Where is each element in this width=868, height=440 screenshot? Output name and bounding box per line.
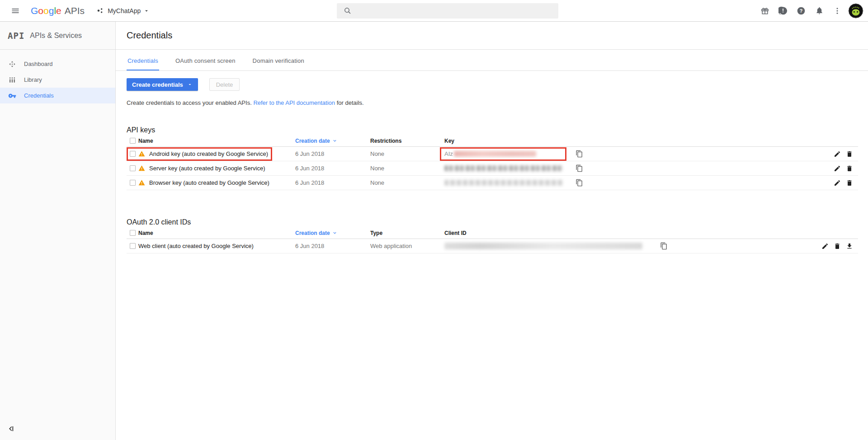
select-all-checkbox[interactable] xyxy=(130,138,136,144)
chevron-down-icon xyxy=(187,82,193,87)
key-icon xyxy=(8,92,16,100)
api-key-creation-date: 6 Jun 2018 xyxy=(295,165,370,172)
delete-trash-icon[interactable] xyxy=(843,163,855,174)
sort-descending-icon xyxy=(332,138,337,143)
edit-pencil-icon[interactable] xyxy=(819,241,831,252)
download-icon[interactable] xyxy=(843,241,855,252)
gift-icon[interactable] xyxy=(756,2,774,20)
api-key-row-server: Server key (auto created by Google Servi… xyxy=(127,161,858,176)
sidebar-item-library[interactable]: Library xyxy=(0,72,115,88)
copy-icon[interactable] xyxy=(570,163,583,174)
copy-icon[interactable] xyxy=(654,241,668,252)
api-key-row-android: Android key (auto created by Google Serv… xyxy=(127,147,858,161)
create-credentials-button[interactable]: Create credentials xyxy=(127,78,198,91)
column-header-name: Name xyxy=(138,138,295,144)
dashboard-icon xyxy=(8,60,16,68)
page-description: Create credentials to access your enable… xyxy=(127,99,858,106)
main-content: Credentials Credentials OAuth consent sc… xyxy=(116,22,868,440)
sidebar: API APIs & Services Dashboard xyxy=(0,22,116,440)
edit-pencil-icon[interactable] xyxy=(831,178,843,188)
api-key-name-link[interactable]: Server key (auto created by Google Servi… xyxy=(149,165,265,172)
google-apis-logo[interactable]: Google APIs xyxy=(31,5,85,16)
sidebar-item-credentials[interactable]: Credentials xyxy=(0,88,115,103)
oauth-client-row-web: Web client (auto created by Google Servi… xyxy=(127,239,858,253)
collapse-sidebar-icon[interactable] xyxy=(7,425,17,435)
api-documentation-link[interactable]: Refer to the API documentation xyxy=(253,99,335,106)
redacted-api-key-value xyxy=(444,180,563,186)
more-vert-icon[interactable] xyxy=(828,2,846,20)
help-icon[interactable]: ? xyxy=(792,2,810,20)
chevron-down-icon xyxy=(143,8,150,14)
toolbar: Create credentials Delete xyxy=(127,78,858,91)
sort-descending-icon xyxy=(332,230,337,235)
column-header-type: Type xyxy=(370,230,444,236)
column-header-client-id: Client ID xyxy=(444,230,647,236)
sidebar-item-dashboard[interactable]: Dashboard xyxy=(0,56,115,72)
api-key-restrictions: None xyxy=(370,179,444,186)
library-icon xyxy=(8,76,16,84)
delete-trash-icon[interactable] xyxy=(831,241,843,252)
project-selector[interactable]: MyChatApp xyxy=(96,7,150,14)
search-bar[interactable] xyxy=(337,3,558,19)
page-header: Credentials xyxy=(116,22,868,50)
svg-text:?: ? xyxy=(800,8,803,13)
select-all-checkbox[interactable] xyxy=(130,230,136,236)
feedback-icon[interactable] xyxy=(774,2,792,20)
oauth-clients-table: Name Creation date Type Client ID Web cl… xyxy=(127,227,858,253)
api-key-row-browser: Browser key (auto created by Google Serv… xyxy=(127,176,858,190)
oauth-clients-table-header: Name Creation date Type Client ID xyxy=(127,227,858,239)
row-checkbox[interactable] xyxy=(130,243,136,249)
hamburger-menu-icon[interactable] xyxy=(10,5,21,16)
copy-icon[interactable] xyxy=(570,178,583,188)
page-title: Credentials xyxy=(127,30,172,41)
project-name: MyChatApp xyxy=(108,7,141,14)
warning-icon xyxy=(138,150,145,157)
row-checkbox[interactable] xyxy=(130,165,136,171)
tab-domain-verification[interactable]: Domain verification xyxy=(252,57,305,70)
api-product-mark: API xyxy=(8,31,24,41)
oauth-client-name-link[interactable]: Web client (auto created by Google Servi… xyxy=(138,243,254,249)
api-keys-table-header: Name Creation date Restrictions Key xyxy=(127,135,858,147)
api-key-creation-date: 6 Jun 2018 xyxy=(295,150,370,157)
tab-credentials[interactable]: Credentials xyxy=(127,57,159,70)
api-key-name-link[interactable]: Android key (auto created by Google Serv… xyxy=(149,150,268,157)
warning-icon xyxy=(138,165,145,172)
oauth-client-creation-date: 6 Jun 2018 xyxy=(295,243,370,249)
search-input[interactable] xyxy=(357,7,547,14)
sidebar-nav: Dashboard Library Credentials xyxy=(0,50,115,103)
redacted-api-key-value xyxy=(444,165,563,171)
sidebar-item-label: Library xyxy=(24,76,42,83)
delete-trash-icon[interactable] xyxy=(843,149,855,159)
delete-trash-icon[interactable] xyxy=(843,178,855,188)
logo-letter: o xyxy=(43,5,49,16)
search-icon xyxy=(344,7,352,15)
topbar-actions: ? xyxy=(756,2,863,20)
row-checkbox[interactable] xyxy=(130,180,136,186)
project-icon xyxy=(96,7,104,14)
oauth-client-type: Web application xyxy=(370,243,444,249)
notifications-bell-icon[interactable] xyxy=(810,2,828,20)
delete-button: Delete xyxy=(209,78,240,91)
api-key-value-prefix: AIz xyxy=(444,150,453,157)
redacted-api-key-value xyxy=(454,151,536,157)
column-header-restrictions: Restrictions xyxy=(370,138,444,144)
account-avatar[interactable] xyxy=(848,3,863,19)
copy-icon[interactable] xyxy=(570,149,583,159)
api-key-restrictions: None xyxy=(370,150,444,157)
api-key-name-link[interactable]: Browser key (auto created by Google Serv… xyxy=(149,179,269,186)
tab-oauth-consent-screen[interactable]: OAuth consent screen xyxy=(175,57,236,70)
edit-pencil-icon[interactable] xyxy=(831,163,843,174)
column-header-name: Name xyxy=(138,230,295,236)
logo-letter: G xyxy=(31,5,38,16)
column-header-creation-date[interactable]: Creation date xyxy=(295,230,370,236)
row-checkbox[interactable] xyxy=(130,151,136,157)
edit-pencil-icon[interactable] xyxy=(831,149,843,159)
sidebar-item-label: Credentials xyxy=(24,92,54,99)
sidebar-item-label: Dashboard xyxy=(24,61,53,67)
redacted-client-id-value xyxy=(444,243,642,249)
logo-letter: o xyxy=(38,5,43,16)
api-key-creation-date: 6 Jun 2018 xyxy=(295,179,370,186)
sidebar-title: APIs & Services xyxy=(30,32,82,40)
column-header-creation-date[interactable]: Creation date xyxy=(295,138,370,144)
sidebar-header: API APIs & Services xyxy=(0,22,115,50)
